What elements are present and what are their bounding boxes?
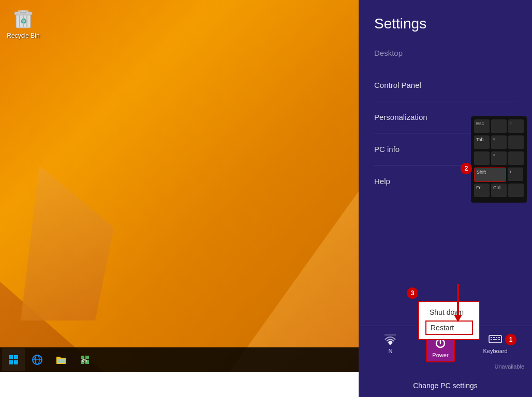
store-button[interactable]: 🛍 [73, 348, 96, 371]
a-key[interactable]: a [491, 151, 507, 166]
svg-rect-7 [18, 10, 28, 12]
svg-point-26 [389, 343, 391, 345]
step-3-badge: 3 [407, 287, 418, 299]
keyboard-overlay: Esc¬ ! Tab q a Shift \ Fn Ctrl [471, 116, 527, 203]
power-popup: Shut down Restart [418, 301, 480, 340]
svg-rect-11 [14, 360, 18, 364]
shift-key[interactable]: Shift [474, 167, 506, 182]
extra-bottom[interactable] [508, 184, 524, 198]
svg-rect-25 [385, 334, 396, 335]
svg-rect-36 [498, 339, 500, 340]
svg-rect-32 [496, 337, 497, 338]
taskbar: e 🛍 [0, 347, 359, 372]
step-2-badge: 2 [461, 163, 472, 174]
svg-rect-9 [14, 355, 18, 359]
svg-rect-31 [493, 337, 495, 338]
network-label: N [388, 348, 392, 354]
svg-rect-10 [9, 360, 13, 364]
recycle-bin-label: Recycle Bin [7, 32, 39, 39]
svg-rect-33 [498, 337, 500, 338]
fn-key[interactable]: Fn [474, 184, 490, 198]
desktop: ♻ Recycle Bin e [0, 0, 359, 372]
settings-title: Settings [359, 0, 532, 42]
keyboard-label: Keyboard [483, 348, 507, 354]
start-button[interactable] [2, 348, 25, 371]
change-pc-settings[interactable]: Change PC settings [359, 374, 532, 397]
svg-rect-18 [57, 359, 65, 363]
recycle-bin-icon[interactable]: ♻ Recycle Bin [5, 5, 41, 39]
ie-button[interactable]: e [26, 348, 49, 371]
explorer-button[interactable] [50, 348, 72, 371]
red-arrow [454, 284, 462, 322]
svg-rect-30 [491, 337, 492, 338]
settings-item-desktop[interactable]: Desktop [374, 42, 516, 64]
s-key[interactable] [508, 151, 524, 166]
svg-text:🛍: 🛍 [82, 358, 87, 363]
svg-rect-8 [9, 355, 13, 359]
svg-rect-35 [493, 339, 497, 340]
power-label: Power [432, 352, 448, 358]
extra-key-2[interactable]: ! [508, 119, 524, 134]
restart-option[interactable]: Restart [425, 320, 473, 335]
backslash-key[interactable]: \ [508, 167, 523, 182]
divider-2 [374, 101, 516, 101]
svg-rect-34 [491, 339, 492, 340]
divider-1 [374, 69, 516, 69]
settings-panel: Settings Desktop Control Panel Personali… [359, 0, 532, 397]
q-key[interactable]: q [491, 135, 507, 150]
extra-key-1[interactable] [491, 119, 507, 134]
esc-key[interactable]: Esc¬ [474, 119, 490, 134]
w-key[interactable] [508, 135, 524, 150]
keyboard-button[interactable]: Keyboard [483, 331, 507, 362]
svg-text:e: e [34, 356, 37, 360]
shutdown-option[interactable]: Shut down [425, 306, 473, 318]
step-1-badge: 1 [505, 334, 516, 345]
network-button[interactable]: N [383, 331, 397, 362]
unavailable-label: Unavailable [359, 363, 532, 370]
ctrl-key[interactable]: Ctrl [491, 184, 507, 198]
settings-item-control-panel[interactable]: Control Panel [374, 74, 516, 96]
caps-key[interactable] [474, 151, 490, 166]
tab-key[interactable]: Tab [474, 135, 490, 150]
svg-rect-17 [56, 357, 61, 359]
